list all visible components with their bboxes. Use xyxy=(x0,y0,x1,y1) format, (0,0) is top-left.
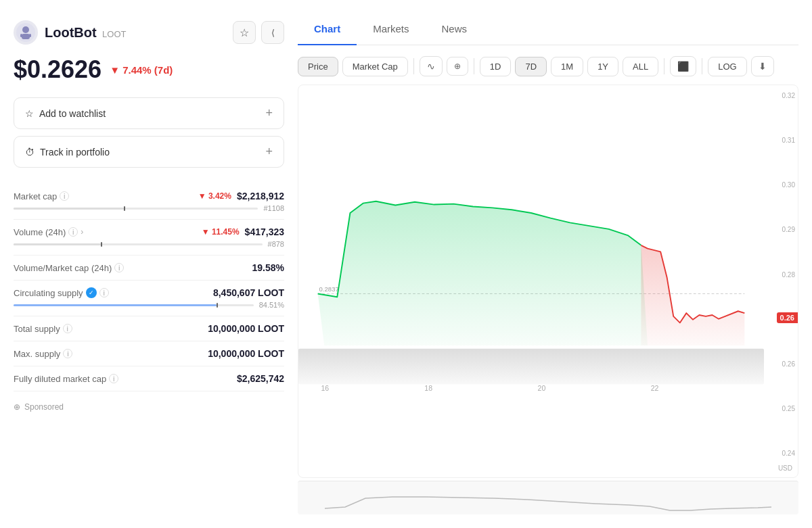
sponsored-label: Sponsored xyxy=(24,402,64,412)
watchlist-star-button[interactable]: ☆ xyxy=(233,21,256,44)
svg-text:0.2837: 0.2837 xyxy=(319,285,339,293)
usd-axis-label: USD xyxy=(778,464,792,472)
coin-name: LootBot xyxy=(45,25,97,40)
sponsored-section: ⊕ Sponsored xyxy=(14,402,284,412)
vol-mc-info-icon[interactable]: i xyxy=(114,263,124,272)
header-actions: ☆ ⟨ xyxy=(233,21,284,44)
toolbar-separator-2 xyxy=(474,58,474,74)
fdmc-value: $2,625,742 xyxy=(237,373,284,384)
volume-bar xyxy=(14,243,263,245)
coin-name-group: LootBot LOOT xyxy=(45,25,127,41)
stat-label-market-cap: Market cap xyxy=(14,191,57,201)
stat-max-supply: Max. supply i 10,000,000 LOOT xyxy=(14,341,284,366)
time-1d-button[interactable]: 1D xyxy=(480,57,512,76)
y-label-0.26: 0.26 xyxy=(782,360,795,368)
add-watchlist-button[interactable]: ☆ Add to watchlist + xyxy=(14,97,284,129)
total-supply-info-icon[interactable]: i xyxy=(63,324,72,333)
svg-text:20: 20 xyxy=(538,384,546,392)
watchlist-plus-icon: + xyxy=(265,106,273,120)
tab-news[interactable]: News xyxy=(426,14,484,45)
y-label-0.32: 0.32 xyxy=(782,92,795,99)
circ-supply-bar xyxy=(14,304,254,306)
price-row: $0.2626 ▼ 7.44% (7d) xyxy=(14,55,284,84)
watchlist-icon: ☆ xyxy=(25,108,34,119)
volume-rank: #878 xyxy=(268,240,284,248)
svg-text:16: 16 xyxy=(321,384,329,392)
y-label-0.29: 0.29 xyxy=(782,226,795,233)
mini-chart-svg xyxy=(298,485,798,512)
stat-fdmc: Fully diluted market cap i $2,625,742 xyxy=(14,366,284,391)
left-panel: LootBot LOOT ☆ ⟨ $0.2626 ▼ 7.44% (7d) ☆ … xyxy=(14,14,284,514)
action-buttons: ☆ Add to watchlist + ⏱ Track in portfoli… xyxy=(14,97,284,168)
market-cap-bar xyxy=(14,208,258,210)
svg-rect-2 xyxy=(22,34,30,39)
fdmc-info-icon[interactable]: i xyxy=(109,374,118,383)
log-button[interactable]: LOG xyxy=(708,57,746,76)
stat-label-vol-mc: Volume/Market cap (24h) xyxy=(14,263,112,273)
portfolio-plus-icon: + xyxy=(265,145,273,159)
market-cap-button[interactable]: Market Cap xyxy=(342,57,408,76)
mini-chart-area[interactable] xyxy=(298,481,798,514)
svg-rect-3 xyxy=(20,34,22,37)
volume-value: $417,323 xyxy=(245,226,284,237)
volume-chevron[interactable]: › xyxy=(81,227,83,237)
y-label-0.30: 0.30 xyxy=(782,181,795,189)
tab-chart[interactable]: Chart xyxy=(298,14,357,45)
toolbar-separator-3 xyxy=(664,58,664,74)
y-label-0.28: 0.28 xyxy=(782,271,795,279)
svg-point-1 xyxy=(22,26,29,33)
market-cap-change: ▼ 3.42% xyxy=(198,191,231,201)
stat-market-cap: Market cap i ▼ 3.42% $2,218,912 #1108 xyxy=(14,184,284,220)
market-cap-rank: #1108 xyxy=(263,204,284,212)
price-button[interactable]: Price xyxy=(298,57,338,76)
chart-area: 0.2837 16 18 20 22 0.32 0.31 xyxy=(298,85,798,478)
verified-badge: ✓ xyxy=(86,287,97,298)
portfolio-label: Track in portfolio xyxy=(40,147,110,158)
line-chart-button[interactable]: ∿ xyxy=(420,56,443,76)
chart-tabs: Chart Markets News xyxy=(298,14,798,45)
circ-supply-value: 8,450,607 LOOT xyxy=(213,287,284,298)
stat-label-fdmc: Fully diluted market cap xyxy=(14,374,106,384)
stat-label-max-supply: Max. supply xyxy=(14,349,60,359)
market-cap-value: $2,218,912 xyxy=(237,191,284,201)
track-portfolio-button[interactable]: ⏱ Track in portfolio + xyxy=(14,136,284,168)
volume-info-icon[interactable]: i xyxy=(68,227,78,237)
stat-circulating-supply: Circulating supply ✓ i 8,450,607 LOOT 84… xyxy=(14,281,284,316)
circ-supply-info-icon[interactable]: i xyxy=(99,288,109,297)
coin-logo xyxy=(14,20,38,45)
stats-section: Market cap i ▼ 3.42% $2,218,912 #1108 xyxy=(14,184,284,391)
volume-change: ▼ 11.45% xyxy=(202,227,240,237)
time-1y-button[interactable]: 1Y xyxy=(587,57,618,76)
sponsored-icon: ⊕ xyxy=(14,402,20,412)
candle-chart-button[interactable]: ⊕ xyxy=(447,57,468,76)
share-button[interactable]: ⟨ xyxy=(261,21,284,44)
svg-rect-5 xyxy=(298,349,764,385)
tab-markets[interactable]: Markets xyxy=(357,14,425,45)
vol-mc-value: 19.58% xyxy=(252,262,284,273)
calendar-button[interactable]: ⬛ xyxy=(670,56,696,76)
price-change: ▼ 7.44% (7d) xyxy=(110,64,173,76)
y-label-0.24: 0.24 xyxy=(782,450,795,457)
max-supply-info-icon[interactable]: i xyxy=(63,349,72,358)
market-cap-info-icon[interactable]: i xyxy=(60,191,69,201)
stat-volume-24h: Volume (24h) i › ▼ 11.45% $417,323 #878 xyxy=(14,220,284,256)
circ-supply-pct: 84.51% xyxy=(259,301,284,309)
stat-total-supply: Total supply i 10,000,000 LOOT xyxy=(14,316,284,341)
total-supply-value: 10,000,000 LOOT xyxy=(208,323,284,334)
stat-label-volume: Volume (24h) xyxy=(14,227,66,237)
download-button[interactable]: ⬇ xyxy=(751,56,774,76)
stat-volume-market-cap: Volume/Market cap (24h) i 19.58% xyxy=(14,256,284,281)
watchlist-label: Add to watchlist xyxy=(39,108,106,119)
max-supply-value: 10,000,000 LOOT xyxy=(208,348,284,359)
time-all-button[interactable]: ALL xyxy=(623,57,658,76)
portfolio-icon: ⏱ xyxy=(25,147,35,158)
coin-price: $0.2626 xyxy=(14,55,102,84)
time-7d-button[interactable]: 7D xyxy=(515,57,547,76)
chart-toolbar: Price Market Cap ∿ ⊕ 1D 7D 1M 1Y ALL ⬛ L… xyxy=(298,56,798,76)
coin-header: LootBot LOOT ☆ ⟨ xyxy=(14,20,284,45)
svg-rect-4 xyxy=(29,34,31,37)
stat-label-circ-supply: Circulating supply xyxy=(14,288,83,298)
coin-symbol: LOOT xyxy=(102,29,126,39)
time-1m-button[interactable]: 1M xyxy=(551,57,583,76)
toolbar-separator-4 xyxy=(702,58,702,74)
